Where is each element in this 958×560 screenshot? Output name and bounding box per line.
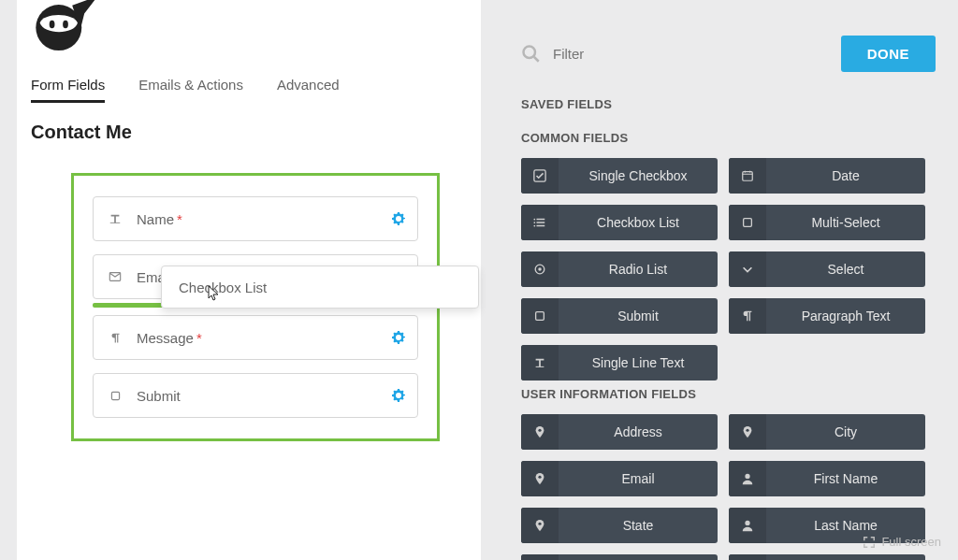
fullscreen-label: Full screen	[881, 535, 941, 549]
section-saved-fields: SAVED FIELDS	[521, 97, 936, 111]
box-icon	[729, 205, 766, 240]
chip-label: Last Name	[766, 518, 925, 533]
chip-label: City	[766, 424, 925, 439]
app-logo	[32, 0, 99, 52]
svg-point-14	[63, 21, 68, 29]
field-label: Message*	[137, 330, 202, 346]
field-chip[interactable]: State	[521, 508, 718, 543]
text-icon	[107, 212, 123, 225]
list-icon	[521, 205, 559, 240]
chip-label: Single Checkbox	[559, 168, 718, 183]
field-label: Name*	[137, 211, 182, 227]
field-chip[interactable]: Select	[729, 251, 925, 287]
field-row-message[interactable]: Message*	[93, 315, 418, 360]
filter-input[interactable]	[553, 46, 841, 62]
pin-icon	[521, 508, 559, 543]
cursor-icon	[208, 285, 221, 302]
text-icon	[521, 345, 559, 381]
chip-label: Email	[559, 471, 718, 486]
chip-label: Submit	[559, 309, 718, 323]
gear-icon[interactable]	[391, 211, 406, 226]
field-chip[interactable]: Country	[521, 554, 718, 560]
chip-label: Radio List	[559, 262, 718, 277]
tab-advanced[interactable]: Advanced	[277, 77, 340, 103]
chip-label: Address	[559, 424, 718, 439]
user-icon	[729, 461, 766, 496]
field-chip[interactable]: Single Checkbox	[521, 158, 718, 194]
date-icon	[729, 158, 766, 194]
field-label: Submit	[137, 388, 181, 404]
para-icon	[729, 298, 766, 334]
field-chip[interactable]: Email	[521, 461, 718, 496]
pin-icon	[521, 461, 559, 496]
gear-icon[interactable]	[391, 388, 406, 403]
section-title: SAVED FIELDS	[521, 97, 936, 111]
user-icon	[729, 508, 766, 543]
pin-icon	[521, 414, 559, 450]
gear-icon[interactable]	[391, 330, 406, 345]
section-common-fields: COMMON FIELDS Single CheckboxDateCheckbo…	[521, 131, 936, 381]
field-chip[interactable]: Single Line Text	[521, 345, 718, 381]
chip-label: Checkbox List	[559, 215, 718, 230]
section-title: USER INFORMATION FIELDS	[521, 387, 936, 401]
tab-form-fields[interactable]: Form Fields	[31, 77, 105, 103]
field-chip[interactable]: Paragraph Text	[729, 298, 925, 334]
field-chip[interactable]: Radio List	[521, 251, 718, 287]
field-row-name[interactable]: Name*	[93, 196, 418, 241]
form-title: Contact Me	[17, 103, 481, 143]
tab-emails-actions[interactable]: Emails & Actions	[138, 77, 243, 103]
chip-label: Single Line Text	[559, 355, 718, 370]
field-chip[interactable]: Multi-Select	[729, 205, 925, 240]
box-icon	[107, 390, 123, 402]
chip-label: Paragraph Text	[766, 309, 925, 323]
chip-label: State	[559, 518, 718, 533]
chev-icon	[729, 251, 766, 287]
chip-label: Date	[766, 168, 925, 183]
field-chip[interactable]: City	[729, 414, 925, 450]
mail-icon	[107, 270, 123, 283]
chip-label: Select	[766, 262, 925, 277]
drag-ghost-label: Checkbox List	[179, 280, 267, 295]
field-chip[interactable]: Date	[729, 158, 925, 194]
check-icon	[521, 158, 559, 194]
radio-icon	[521, 251, 559, 287]
box-icon	[521, 298, 559, 334]
sidebar-header: DONE	[521, 36, 936, 71]
done-button[interactable]: DONE	[841, 36, 936, 72]
phone-icon	[729, 554, 766, 560]
pin-icon	[521, 554, 559, 560]
section-title: COMMON FIELDS	[521, 131, 936, 145]
paragraph-icon	[107, 332, 123, 344]
chips-container: Single CheckboxDateCheckbox ListMulti-Se…	[521, 158, 936, 381]
field-chip[interactable]: Address	[521, 414, 718, 450]
field-chip[interactable]: First Name	[729, 461, 925, 496]
pin-icon	[729, 414, 766, 450]
field-chip[interactable]: Submit	[521, 298, 718, 334]
chip-label: First Name	[766, 471, 925, 486]
chip-label: Multi-Select	[766, 215, 925, 230]
svg-point-13	[50, 21, 55, 29]
field-chip[interactable]: Checkbox List	[521, 205, 718, 240]
search-icon	[521, 44, 540, 63]
fullscreen-toggle[interactable]: Full screen	[863, 535, 941, 549]
field-row-submit[interactable]: Submit	[93, 373, 418, 418]
field-chip[interactable]: Phone	[729, 554, 925, 560]
